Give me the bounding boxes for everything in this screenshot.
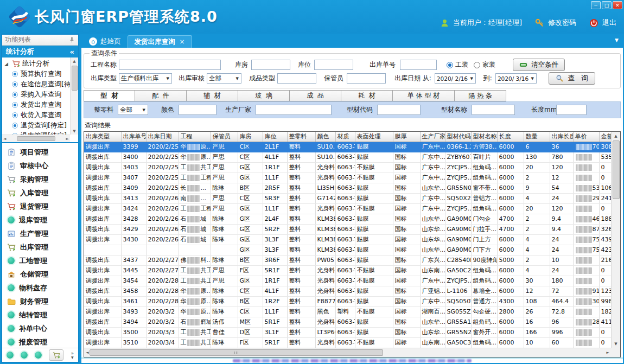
color-input[interactable] bbox=[179, 105, 217, 115]
table-row[interactable]: 调拨出库33992020/2/25华原...严思C区2L1F整料SU10...6… bbox=[84, 142, 621, 152]
table-row[interactable]: 调拨出库34942020/3/2石辉城汤伟M区5R1F整料光身料6063-T5贴… bbox=[84, 317, 621, 327]
tree-item[interactable]: 发货出库查询 bbox=[4, 100, 70, 110]
table-row[interactable]: 调拨出库34242020/2/26工工程严思G区1L1F整料光身料6063-T5… bbox=[84, 203, 621, 214]
column-header[interactable]: 颜色 bbox=[315, 132, 335, 142]
table-row[interactable]: 调拨出库34452020/2/27工共工程严思F区5R1F整料光身料6063-T… bbox=[84, 265, 621, 276]
change-password-link[interactable]: 修改密码 bbox=[548, 18, 576, 28]
table-row[interactable]: 调拨出库34292020/2/26石城陈琳G区5R2F整料KLM38176063… bbox=[84, 224, 621, 234]
sidebar-menu-item[interactable]: 报废管理 bbox=[2, 335, 78, 348]
sidebar-menu-item[interactable]: 退库管理 bbox=[2, 213, 78, 227]
scroll-right-icon[interactable]: ► bbox=[66, 137, 69, 141]
sidebar-menu-item[interactable]: 采购管理 bbox=[2, 173, 78, 186]
table-row[interactable]: 调拨出库35002020/3/3工共工程曹佳D区3L1F整料LT3P606063… bbox=[84, 327, 621, 337]
table-row[interactable]: 调拨出库34092020/2/25长...陈琳B区2R5F整料LI35HD606… bbox=[84, 183, 621, 193]
table-row[interactable]: 调拨出库34612020/2/28华原...陈琳B区1R2F整料F8877FT6… bbox=[84, 296, 621, 306]
scroll-right-icon[interactable]: ► bbox=[607, 350, 609, 355]
column-header[interactable]: 出库日期 bbox=[146, 132, 179, 142]
tree-root-node[interactable]: ◢ 统计分析 bbox=[4, 59, 70, 69]
column-header[interactable]: 库位 bbox=[263, 132, 287, 142]
tree-item[interactable]: 在途信息查询[待 bbox=[4, 79, 70, 90]
sidebar-menu-item[interactable]: 项目管理 bbox=[2, 145, 78, 159]
order-no-input[interactable] bbox=[400, 60, 437, 70]
material-tab[interactable]: 单 体 型 材 bbox=[393, 90, 455, 101]
column-header[interactable]: 出库单号 bbox=[121, 132, 146, 142]
length-input[interactable] bbox=[556, 105, 587, 115]
radio-jiazhuang[interactable] bbox=[474, 62, 480, 68]
material-tab[interactable]: 玻 璃 bbox=[238, 90, 290, 101]
table-row[interactable]: G区3L3F整料KLM38176063-T5贴膜国标山东华...GA90M09.… bbox=[84, 245, 621, 255]
keeper-input[interactable] bbox=[347, 73, 386, 84]
tab-start-page[interactable]: ⌂ 起始页 bbox=[82, 35, 128, 48]
tree-item[interactable]: 退货查询[待定] bbox=[4, 120, 70, 131]
material-tab[interactable]: 辅 材 bbox=[187, 90, 238, 101]
grid-horizontal-scrollbar[interactable]: ◄ ► bbox=[84, 348, 611, 357]
tab-shipping-outbound-query[interactable]: 发货出库查询 × bbox=[128, 35, 192, 48]
material-tab[interactable]: 配 件 bbox=[135, 90, 187, 101]
table-row[interactable]: 调拨出库34032020/2/25工共工程严思G区1R1F整料光身料6063-T… bbox=[84, 162, 621, 173]
table-row[interactable]: 调拨出库34282020/2/26石城陈琳G区2L4F整料KLM38176063… bbox=[84, 214, 621, 224]
logout-link[interactable]: 退出 bbox=[602, 18, 616, 28]
sidebar-menu-item[interactable]: 物料盘存 bbox=[2, 281, 78, 295]
tree-item[interactable]: 预算执行查询 bbox=[4, 69, 70, 79]
whole-part-select[interactable]: 全部 ▼ bbox=[118, 105, 148, 115]
material-tab[interactable]: 成 品 bbox=[290, 90, 341, 101]
sidebar-menu-item[interactable]: 工地管理 bbox=[2, 254, 78, 267]
material-tab[interactable]: 型 材 bbox=[84, 90, 135, 101]
grid-vertical-scrollbar[interactable]: ▲ ▼ bbox=[611, 132, 620, 348]
scroll-thumb[interactable] bbox=[17, 136, 55, 141]
column-header[interactable]: 单价 bbox=[573, 132, 599, 142]
tab-overflow-icon[interactable]: ▼ bbox=[615, 37, 619, 43]
collapse-icon[interactable]: « bbox=[70, 48, 74, 56]
radio-gongzhuang[interactable] bbox=[447, 62, 453, 68]
statistics-section-header[interactable]: 统计分析 « bbox=[2, 46, 78, 58]
minimize-button[interactable]: ─ bbox=[591, 1, 601, 9]
tree-horizontal-scrollbar[interactable]: ◄ ► bbox=[2, 135, 70, 142]
clear-conditions-button[interactable]: 清空条件 bbox=[513, 59, 565, 71]
scroll-up-icon[interactable]: ▲ bbox=[73, 58, 75, 65]
tree-item[interactable]: 采购入库查询 bbox=[4, 90, 70, 100]
project-name-input[interactable] bbox=[119, 60, 221, 70]
column-header[interactable]: 工程 bbox=[179, 132, 211, 142]
tree-expander-icon[interactable]: ◢ bbox=[4, 61, 10, 67]
warehouse-input[interactable] bbox=[251, 60, 290, 70]
scroll-thumb[interactable] bbox=[613, 141, 620, 199]
table-row[interactable]: 调拨出库34582020/2/28华原...陈琳C区4L1F整料光身料6063-… bbox=[84, 286, 621, 296]
circle-icon[interactable] bbox=[35, 352, 42, 359]
audit-select[interactable]: 全部 ▼ bbox=[207, 73, 241, 84]
out-type-select[interactable]: 生产领料出库 ▼ bbox=[119, 73, 172, 84]
scroll-thumb[interactable] bbox=[90, 349, 383, 356]
table-row[interactable]: 调拨出库34132020/2/26南...严思C区5R3F整料G71422606… bbox=[84, 193, 621, 203]
column-header[interactable]: 材质 bbox=[335, 132, 355, 142]
cart-shortcut-button[interactable] bbox=[49, 349, 64, 361]
material-tab[interactable]: 耗 材 bbox=[341, 90, 393, 101]
pin-icon[interactable] bbox=[68, 36, 75, 43]
scroll-down-icon[interactable]: ▼ bbox=[614, 340, 617, 348]
tree-item[interactable]: 退库管理[待定] bbox=[4, 131, 70, 135]
column-header[interactable]: 数量 bbox=[524, 132, 550, 142]
product-type-input[interactable] bbox=[277, 73, 316, 84]
maker-input[interactable] bbox=[256, 105, 332, 115]
sidebar-menu-item[interactable]: 财务管理 bbox=[2, 295, 78, 308]
column-header[interactable]: 表面处理 bbox=[355, 132, 393, 142]
sidebar-menu-item[interactable]: 出库管理 bbox=[2, 240, 78, 254]
column-header[interactable]: 型材名称 bbox=[471, 132, 497, 142]
column-header[interactable]: 膜厚 bbox=[393, 132, 420, 142]
profile-name-input[interactable] bbox=[472, 105, 515, 115]
scroll-thumb[interactable] bbox=[72, 66, 78, 91]
table-row[interactable]: 调拨出库34542020/2/28工共工程严思G区1R1F整料光身料6063-T… bbox=[84, 276, 621, 286]
table-row[interactable]: 调拨出库34002020/2/25华原...严思C区4L1F整料SU10...6… bbox=[84, 152, 621, 162]
sidebar-menu-item[interactable]: 退货管理 bbox=[2, 200, 78, 213]
date-to-select[interactable]: 2020/ 3/16 ▼ bbox=[495, 73, 537, 84]
column-header[interactable]: 生产厂家 bbox=[420, 132, 445, 142]
circle-icon[interactable] bbox=[21, 352, 28, 359]
sidebar-menu-item[interactable]: 结转管理 bbox=[2, 308, 78, 322]
more-buttons-chevron[interactable]: »▼ bbox=[71, 352, 74, 359]
search-button[interactable]: 查 询 bbox=[549, 72, 595, 85]
maximize-button[interactable]: □ bbox=[602, 1, 612, 9]
location-input[interactable] bbox=[314, 60, 353, 70]
scroll-up-icon[interactable]: ▲ bbox=[614, 132, 617, 140]
close-button[interactable]: ✕ bbox=[613, 1, 622, 9]
table-row[interactable]: 调拨出库35102020/3/4工共工程陈琳F区5R1F整料光身料6063-T5… bbox=[84, 337, 621, 348]
scroll-left-icon[interactable]: ◄ bbox=[86, 350, 88, 355]
scroll-down-icon[interactable]: ▼ bbox=[73, 127, 75, 135]
